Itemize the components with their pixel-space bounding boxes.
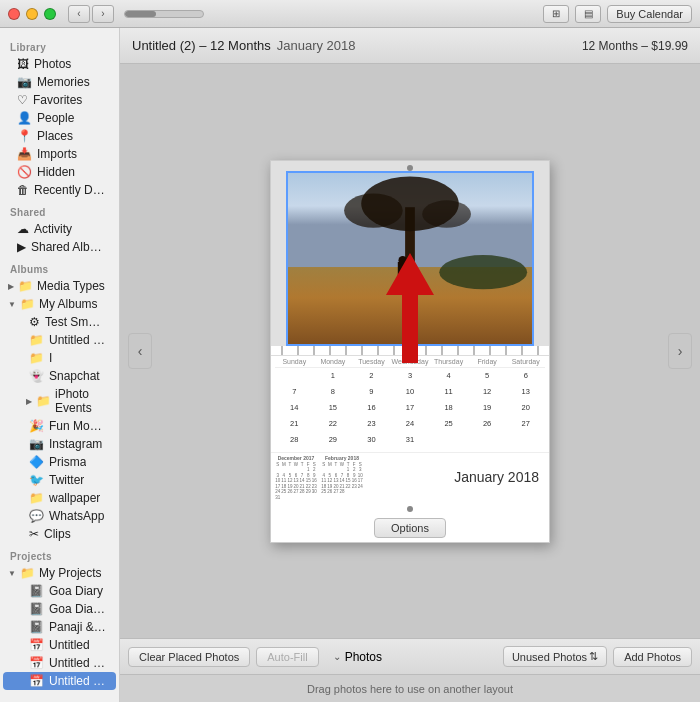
sidebar-group-media-types[interactable]: ▶ 📁 Media Types — [0, 277, 119, 295]
sidebar-toggle-button[interactable]: ▤ — [575, 5, 601, 23]
back-button[interactable]: ‹ — [68, 5, 90, 23]
mini-calendars: December 2017 SMTWTFS 12 3456789 1011121… — [275, 455, 363, 500]
cal-cell: 28 — [275, 432, 314, 448]
sidebar-group-my-albums[interactable]: ▼ 📁 My Albums — [0, 295, 119, 313]
sidebar-item-prisma[interactable]: 🔷 Prisma — [3, 453, 116, 471]
sidebar-item-hidden[interactable]: 🚫 Hidden — [3, 163, 116, 181]
photos-dropdown[interactable]: ⌄ Photos — [333, 650, 382, 664]
sidebar-item-test-smart[interactable]: ⚙ Test Smart A... — [3, 313, 116, 331]
sidebar-item-photos[interactable]: 🖼 Photos — [3, 55, 116, 73]
sidebar-group-my-projects[interactable]: ▼ 📁 My Projects — [0, 564, 119, 582]
sidebar-item-untitled-1[interactable]: 📅 Untitled (1) — [3, 654, 116, 672]
sidebar-item-snapchat[interactable]: 👻 Snapchat — [3, 367, 116, 385]
cal-cell: 9 — [352, 384, 391, 400]
add-photos-button[interactable]: Add Photos — [613, 647, 692, 667]
sidebar-item-label: Photos — [34, 57, 71, 71]
sidebar-item-label: Untitled (1) — [49, 656, 106, 670]
whatsapp-icon: 💬 — [29, 509, 44, 523]
cal-cell: 21 — [275, 416, 314, 432]
topbar-subtitle: January 2018 — [277, 38, 356, 53]
sidebar-item-goa-diary-1[interactable]: 📓 Goa Diary (1) — [3, 600, 116, 618]
sidebar-item-fun-moments[interactable]: 🎉 Fun Moments — [3, 417, 116, 435]
sidebar-item-label: Untitled — [49, 638, 90, 652]
sidebar-item-favorites[interactable]: ♡ Favorites — [3, 91, 116, 109]
sidebar-item-label: Activity — [34, 222, 72, 236]
sidebar-item-clips[interactable]: ✂ Clips — [3, 525, 116, 543]
triangle-icon: ▶ — [26, 397, 32, 406]
toolbar-right: Unused Photos ⇅ Add Photos — [503, 646, 692, 667]
nav-buttons: ‹ › — [68, 5, 114, 23]
minimize-button[interactable] — [26, 8, 38, 20]
prev-page-button[interactable]: ‹ — [128, 333, 152, 369]
grid-view-button[interactable]: ⊞ — [543, 5, 569, 23]
unused-photos-button[interactable]: Unused Photos ⇅ — [503, 646, 607, 667]
cal-cell: 18 — [429, 400, 468, 416]
sidebar-item-label: Favorites — [33, 93, 82, 107]
book-icon: 📓 — [29, 584, 44, 598]
cal-cell — [506, 432, 545, 448]
svg-point-4 — [344, 193, 403, 227]
sidebar-item-memories[interactable]: 📷 Memories — [3, 73, 116, 91]
cal-cell: 22 — [314, 416, 353, 432]
cal-cell: 17 — [391, 400, 430, 416]
progress-track — [124, 10, 204, 18]
sidebar-item-twitter[interactable]: 🐦 Twitter — [3, 471, 116, 489]
next-page-button[interactable]: › — [668, 333, 692, 369]
sidebar-item-imports[interactable]: 📥 Imports — [3, 145, 116, 163]
chevron-down-icon: ⌄ — [333, 651, 341, 662]
sidebar-item-people[interactable]: 👤 People — [3, 109, 116, 127]
cal-cell: 16 — [352, 400, 391, 416]
arrow-svg — [378, 253, 442, 363]
cal-cell: 2 — [352, 368, 391, 384]
auto-fill-button[interactable]: Auto-Fill — [256, 647, 318, 667]
cal-cell: 4 — [429, 368, 468, 384]
buy-calendar-button[interactable]: Buy Calendar — [607, 5, 692, 23]
topbar-title: Untitled (2) – 12 Months — [132, 38, 271, 53]
memories-icon: 📷 — [17, 75, 32, 89]
photo-section[interactable] — [271, 161, 549, 346]
sidebar-item-label: Prisma — [49, 455, 86, 469]
albums-section-label: Albums — [0, 256, 119, 277]
cal-cell — [468, 432, 507, 448]
sidebar-item-shared-albums[interactable]: ▶ Shared Albums — [3, 238, 116, 256]
topbar: Untitled (2) – 12 Months January 2018 12… — [120, 28, 700, 64]
cal-cell: 7 — [275, 384, 314, 400]
sidebar-item-label: Recently Deleted — [34, 183, 106, 197]
cal-cell: 5 — [468, 368, 507, 384]
calendar-area: ‹ — [120, 64, 700, 638]
clear-placed-button[interactable]: Clear Placed Photos — [128, 647, 250, 667]
sidebar-item-untitled-sma[interactable]: 📁 Untitled Sma... — [3, 331, 116, 349]
hidden-icon: 🚫 — [17, 165, 32, 179]
sidebar-item-instagram[interactable]: 📷 Instagram — [3, 435, 116, 453]
sidebar-item-label: Fun Moments — [49, 419, 106, 433]
sidebar-item-untitled[interactable]: 📅 Untitled — [3, 636, 116, 654]
sidebar-item-i[interactable]: 📁 I — [3, 349, 116, 367]
close-button[interactable] — [8, 8, 20, 20]
sidebar-item-untitled-2[interactable]: 📅 Untitled (2) — [3, 672, 116, 690]
mini-cal-dec: December 2017 SMTWTFS 12 3456789 1011121… — [275, 455, 317, 500]
sidebar-item-activity[interactable]: ☁ Activity — [3, 220, 116, 238]
forward-button[interactable]: › — [92, 5, 114, 23]
sidebar-item-whatsapp[interactable]: 💬 WhatsApp — [3, 507, 116, 525]
triangle-icon: ▶ — [8, 282, 14, 291]
triangle-icon: ▼ — [8, 569, 16, 578]
wallpaper-icon: 📁 — [29, 491, 44, 505]
sidebar-item-wallpaper[interactable]: 📁 wallpaper — [3, 489, 116, 507]
sidebar-item-label: wallpaper — [49, 491, 100, 505]
sidebar-item-label: I — [49, 351, 52, 365]
cal-cell — [275, 368, 314, 384]
sidebar-item-recently-deleted[interactable]: 🗑 Recently Deleted — [3, 181, 116, 199]
sidebar-group-iphoto-events[interactable]: ▶ 📁 iPhoto Events — [0, 385, 119, 417]
sidebar-item-panaji[interactable]: 📓 Panaji & Bard... — [3, 618, 116, 636]
maximize-button[interactable] — [44, 8, 56, 20]
sidebar-item-places[interactable]: 📍 Places — [3, 127, 116, 145]
options-button[interactable]: Options — [374, 518, 446, 538]
sidebar-item-label: Hidden — [37, 165, 75, 179]
topbar-price: 12 Months – $19.99 — [582, 39, 688, 53]
clips-icon: ✂ — [29, 527, 39, 541]
sidebar-item-label: Panaji & Bard... — [49, 620, 106, 634]
sidebar: Library 🖼 Photos 📷 Memories ♡ Favorites … — [0, 28, 120, 702]
recently-deleted-icon: 🗑 — [17, 183, 29, 197]
sidebar-item-goa-diary[interactable]: 📓 Goa Diary — [3, 582, 116, 600]
mini-cal-feb: February 2018 SMTWTFS 123 45678910 11121… — [321, 455, 363, 500]
